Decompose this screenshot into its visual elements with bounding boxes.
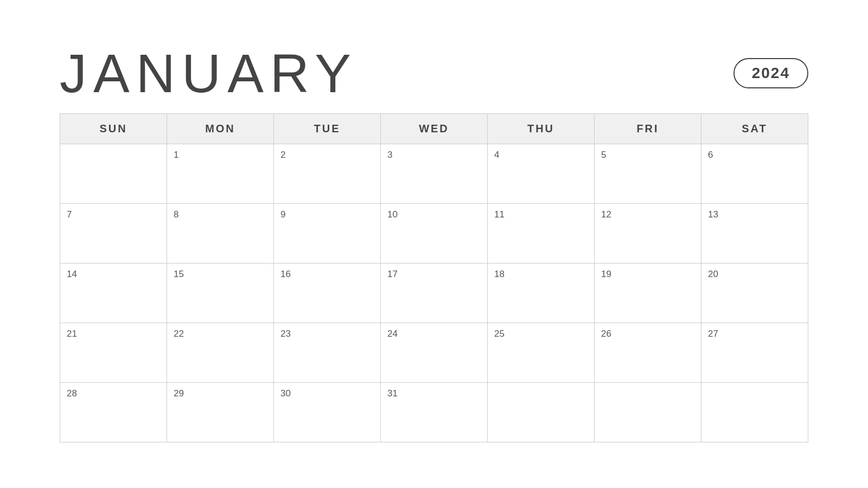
- calendar-grid: SUNMONTUEWEDTHUFRISAT1234567891011121314…: [60, 113, 808, 442]
- day-header-tue: TUE: [274, 114, 381, 144]
- day-number: 24: [387, 328, 398, 341]
- day-number: 22: [174, 328, 184, 341]
- day-header-sat: SAT: [701, 114, 808, 144]
- day-number: 2: [280, 149, 285, 162]
- day-cell-16[interactable]: 16: [274, 264, 381, 323]
- day-cell-6[interactable]: 6: [701, 144, 808, 204]
- day-cell-28[interactable]: 28: [60, 383, 167, 442]
- month-title: JANUARY: [60, 46, 358, 100]
- day-number: 17: [387, 268, 398, 281]
- day-header-sun: SUN: [60, 114, 167, 144]
- day-number: 25: [494, 328, 505, 341]
- day-cell-5[interactable]: 5: [595, 144, 701, 204]
- day-cell-23[interactable]: 23: [274, 323, 381, 383]
- day-number: 1: [174, 149, 178, 162]
- day-number: 5: [601, 149, 606, 162]
- day-cell-7[interactable]: 7: [60, 204, 167, 264]
- day-cell-17[interactable]: 17: [381, 264, 488, 323]
- day-cell-14[interactable]: 14: [60, 264, 167, 323]
- day-number: 27: [708, 328, 718, 341]
- day-cell-27[interactable]: 27: [701, 323, 808, 383]
- day-cell-26[interactable]: 26: [595, 323, 701, 383]
- day-cell-empty: [60, 144, 167, 204]
- day-number: 23: [280, 328, 291, 341]
- day-cell-20[interactable]: 20: [701, 264, 808, 323]
- day-number: 14: [67, 268, 77, 281]
- day-cell-19[interactable]: 19: [595, 264, 701, 323]
- day-number: 20: [708, 268, 718, 281]
- day-number: 7: [67, 208, 72, 221]
- day-cell-9[interactable]: 9: [274, 204, 381, 264]
- day-number: 3: [387, 149, 392, 162]
- day-header-thu: THU: [488, 114, 595, 144]
- day-number: 18: [494, 268, 505, 281]
- day-cell-30[interactable]: 30: [274, 383, 381, 442]
- day-number: 9: [280, 208, 285, 221]
- day-cell-13[interactable]: 13: [701, 204, 808, 264]
- day-number: 10: [387, 208, 398, 221]
- day-header-mon: MON: [167, 114, 274, 144]
- day-number: 21: [67, 328, 77, 341]
- day-header-fri: FRI: [595, 114, 701, 144]
- day-header-wed: WED: [381, 114, 488, 144]
- day-number: 28: [67, 387, 77, 400]
- day-number: 31: [387, 387, 398, 400]
- day-cell-10[interactable]: 10: [381, 204, 488, 264]
- year-badge: 2024: [733, 58, 808, 88]
- day-cell-1[interactable]: 1: [167, 144, 274, 204]
- day-cell-2[interactable]: 2: [274, 144, 381, 204]
- day-cell-empty: [595, 383, 701, 442]
- day-cell-29[interactable]: 29: [167, 383, 274, 442]
- calendar-header: JANUARY 2024: [60, 46, 808, 100]
- day-cell-empty: [701, 383, 808, 442]
- day-number: 8: [174, 208, 178, 221]
- day-cell-22[interactable]: 22: [167, 323, 274, 383]
- day-cell-4[interactable]: 4: [488, 144, 595, 204]
- calendar-container: JANUARY 2024 SUNMONTUEWEDTHUFRISAT123456…: [27, 24, 841, 464]
- day-cell-21[interactable]: 21: [60, 323, 167, 383]
- day-number: 11: [494, 208, 505, 221]
- day-cell-12[interactable]: 12: [595, 204, 701, 264]
- day-cell-31[interactable]: 31: [381, 383, 488, 442]
- day-number: 12: [601, 208, 611, 221]
- day-number: 29: [174, 387, 184, 400]
- day-cell-24[interactable]: 24: [381, 323, 488, 383]
- day-number: 6: [708, 149, 713, 162]
- day-number: 4: [494, 149, 499, 162]
- day-cell-empty: [488, 383, 595, 442]
- day-cell-25[interactable]: 25: [488, 323, 595, 383]
- day-number: 15: [174, 268, 184, 281]
- day-number: 26: [601, 328, 611, 341]
- day-cell-11[interactable]: 11: [488, 204, 595, 264]
- day-cell-18[interactable]: 18: [488, 264, 595, 323]
- day-cell-3[interactable]: 3: [381, 144, 488, 204]
- day-number: 16: [280, 268, 291, 281]
- day-cell-8[interactable]: 8: [167, 204, 274, 264]
- day-number: 30: [280, 387, 291, 400]
- day-number: 13: [708, 208, 718, 221]
- day-number: 19: [601, 268, 611, 281]
- day-cell-15[interactable]: 15: [167, 264, 274, 323]
